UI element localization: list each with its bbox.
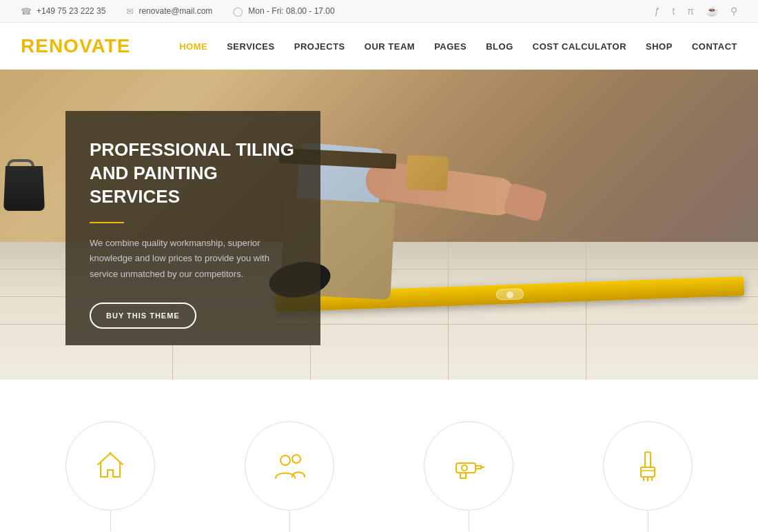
- nav-our-team[interactable]: OUR TEAM: [365, 41, 415, 52]
- hero-title: PROFESSIONAL TILING AND PAINTING SERVICE…: [90, 139, 296, 208]
- hero-description: We combine quality workmanship, superior…: [90, 236, 296, 281]
- tools-icon: [451, 448, 486, 484]
- nav-contact[interactable]: CONTACT: [692, 41, 737, 52]
- home-icon: [92, 448, 128, 484]
- phone-icon: ☎: [21, 6, 32, 17]
- topbar-hours: ◯ Mon - Fri: 08.00 - 17.00: [233, 6, 334, 17]
- nav-projects[interactable]: PROJECTS: [294, 41, 345, 52]
- service-circle-tools: [424, 421, 513, 511]
- service-circle-home: [65, 421, 155, 511]
- team-icon: [272, 448, 307, 484]
- level-bubble: [496, 288, 524, 300]
- svg-rect-3: [456, 463, 475, 473]
- bucket: [0, 159, 48, 214]
- svg-rect-6: [645, 452, 651, 467]
- paint-icon: [630, 448, 666, 484]
- header: RENOVATE HOME SERVICES PROJECTS OUR TEAM…: [0, 23, 758, 70]
- svg-rect-7: [641, 467, 655, 477]
- topbar-social: ƒ t π ☕ ⚲: [655, 6, 737, 17]
- email-icon: ✉: [126, 6, 134, 17]
- topbar-contact-info: ☎ +149 75 23 222 35 ✉ renovate@mail.com …: [21, 6, 335, 17]
- service-item-paint: [603, 421, 693, 531]
- nav-services[interactable]: SERVICES: [227, 41, 275, 52]
- site-logo[interactable]: RENOVATE: [21, 35, 130, 57]
- nav-home[interactable]: HOME: [179, 41, 207, 52]
- service-connector: [289, 511, 290, 531]
- hero-overlay: PROFESSIONAL TILING AND PAINTING SERVICE…: [65, 111, 320, 345]
- clock-icon: ◯: [233, 6, 243, 17]
- floor-line: [448, 242, 449, 380]
- nav-pages[interactable]: PAGES: [434, 41, 467, 52]
- cart-link[interactable]: ☕: [706, 6, 718, 17]
- hero-divider: [90, 222, 124, 223]
- pinterest-link[interactable]: π: [687, 6, 694, 17]
- nav-shop[interactable]: SHOP: [646, 41, 673, 52]
- service-circle-paint: [603, 421, 693, 511]
- nav-cost-calculator[interactable]: COST CALCULATOR: [533, 41, 626, 52]
- svg-point-2: [292, 455, 300, 463]
- service-circle-team: [245, 421, 334, 511]
- search-link[interactable]: ⚲: [730, 6, 737, 17]
- svg-point-1: [280, 456, 290, 465]
- topbar-phone: ☎ +149 75 23 222 35: [21, 6, 105, 17]
- service-item-team: [245, 421, 334, 531]
- hero-section: PROFESSIONAL TILING AND PAINTING SERVICE…: [0, 70, 758, 380]
- service-item-home: [65, 421, 155, 531]
- services-section: [0, 380, 758, 532]
- twitter-link[interactable]: t: [672, 6, 675, 17]
- service-item-tools: [424, 421, 513, 531]
- floor-line: [586, 242, 586, 380]
- topbar-email: ✉ renovate@mail.com: [126, 6, 212, 17]
- svg-point-4: [462, 465, 467, 471]
- service-connector: [469, 511, 469, 531]
- main-nav: HOME SERVICES PROJECTS OUR TEAM PAGES BL…: [179, 41, 737, 52]
- topbar: ☎ +149 75 23 222 35 ✉ renovate@mail.com …: [0, 0, 758, 23]
- nav-blog[interactable]: BLOG: [486, 41, 513, 52]
- bucket-body: [3, 166, 45, 211]
- service-connector: [648, 511, 648, 531]
- service-connector: [110, 511, 111, 531]
- facebook-link[interactable]: ƒ: [655, 6, 660, 17]
- buy-theme-button[interactable]: BUY THIS THEME: [90, 303, 196, 329]
